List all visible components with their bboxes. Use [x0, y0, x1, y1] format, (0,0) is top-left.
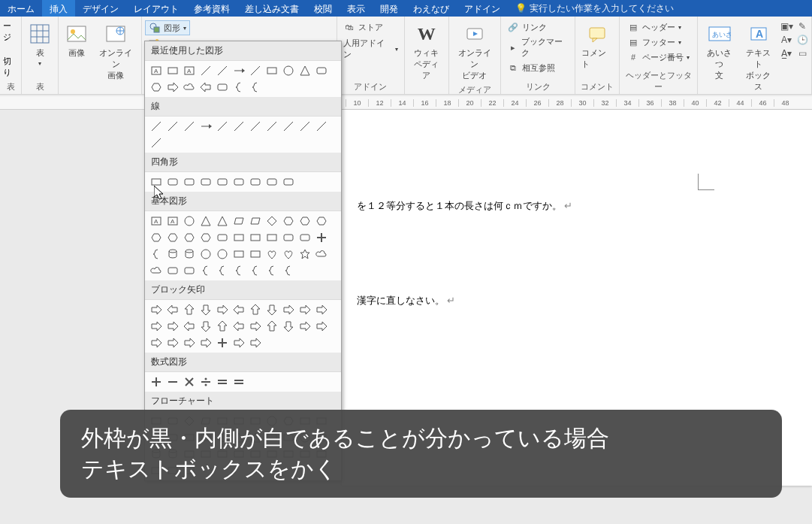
shape-arrowR[interactable]: [148, 301, 165, 318]
shape-cloud[interactable]: [148, 262, 165, 279]
shape-minus[interactable]: [165, 374, 181, 390]
shape-hex[interactable]: [280, 213, 297, 229]
shape-roundrect[interactable]: [264, 174, 280, 190]
shape-roundrect[interactable]: [313, 62, 330, 79]
shape-arrowR[interactable]: [297, 318, 313, 335]
tab-view[interactable]: 表示: [340, 0, 373, 17]
shape-circle[interactable]: [198, 246, 214, 262]
shape-arrowU[interactable]: [181, 301, 198, 318]
shape-arrow[interactable]: [231, 62, 247, 79]
shape-circle[interactable]: [214, 246, 231, 262]
shape-rect[interactable]: [264, 62, 280, 79]
shape-arrowR[interactable]: [165, 318, 181, 335]
shape-arrowD[interactable]: [280, 318, 297, 335]
shape-line[interactable]: [214, 118, 231, 135]
tab-references[interactable]: 参考資料: [186, 0, 237, 17]
shape-arrowR[interactable]: [198, 335, 214, 351]
shape-hex[interactable]: [313, 213, 330, 229]
shape-line[interactable]: [247, 62, 264, 79]
shape-roundrect[interactable]: [214, 79, 231, 95]
shape-rect[interactable]: [264, 229, 280, 246]
shape-diamond[interactable]: [264, 213, 280, 229]
bookmark-button[interactable]: ▸ ブックマーク: [504, 35, 572, 59]
tab-developer[interactable]: 開発: [373, 0, 406, 17]
shape-roundrect[interactable]: [297, 229, 313, 246]
shape-arrowR[interactable]: [280, 301, 297, 318]
footer-button[interactable]: ▤ フッター ▾: [624, 35, 684, 49]
shape-arrow[interactable]: [198, 118, 214, 135]
shape-heart[interactable]: [280, 246, 297, 262]
shape-div[interactable]: [198, 374, 214, 390]
header-button[interactable]: ▤ ヘッダー ▾: [624, 20, 684, 34]
shapes-button[interactable]: 図形 ▾: [145, 20, 190, 35]
shape-line[interactable]: [165, 118, 181, 135]
shape-line[interactable]: [214, 62, 231, 79]
shape-arrowD[interactable]: [198, 301, 214, 318]
aisatsu-button[interactable]: あいさつ あいさつ 文: [701, 20, 738, 83]
shape-arrowR[interactable]: [297, 301, 313, 318]
wordart-icon[interactable]: A▾: [780, 34, 792, 46]
tab-layout[interactable]: レイアウト: [126, 0, 186, 17]
tab-home[interactable]: ホーム: [0, 0, 42, 17]
shape-cylinder[interactable]: [165, 246, 181, 262]
shape-parallelogram[interactable]: [247, 213, 264, 229]
shape-hex[interactable]: [148, 79, 165, 95]
tell-me-search[interactable]: 💡 実行したい作業を入力してください: [508, 0, 681, 17]
shape-arrowL[interactable]: [198, 79, 214, 95]
shape-brace[interactable]: [247, 262, 264, 279]
link-button[interactable]: 🔗 リンク: [504, 20, 550, 34]
shape-eq[interactable]: [231, 374, 247, 390]
shape-cylinder[interactable]: [181, 246, 198, 262]
shape-triangle[interactable]: [214, 213, 231, 229]
shape-arrowR[interactable]: [231, 335, 247, 351]
shape-circle[interactable]: [181, 213, 198, 229]
shape-arrowR[interactable]: [214, 301, 231, 318]
shape-brace[interactable]: [214, 262, 231, 279]
shape-rect[interactable]: [231, 229, 247, 246]
quickparts-icon[interactable]: ▣▾: [780, 20, 792, 32]
signature-icon[interactable]: ✎: [796, 20, 808, 32]
shape-brace[interactable]: [247, 79, 264, 95]
shape-roundrect[interactable]: [165, 262, 181, 279]
shape-hex[interactable]: [198, 229, 214, 246]
shape-arrowR[interactable]: [247, 335, 264, 351]
shape-plus[interactable]: [214, 335, 231, 351]
comment-button[interactable]: コメント: [578, 20, 616, 71]
shape-rect[interactable]: [165, 62, 181, 79]
dropcap-icon[interactable]: A̲▾: [780, 47, 792, 59]
shape-arrowR[interactable]: [148, 318, 165, 335]
textbox-button[interactable]: A テキスト ボックス: [740, 20, 777, 94]
shape-arrowU[interactable]: [247, 301, 264, 318]
shape-plus[interactable]: [313, 229, 330, 246]
tab-review[interactable]: 校閲: [306, 0, 340, 17]
shape-arrowD[interactable]: [264, 301, 280, 318]
shape-roundrect[interactable]: [231, 174, 247, 190]
shape-roundrect[interactable]: [280, 174, 297, 190]
shape-arrowL[interactable]: [181, 318, 198, 335]
shape-hex[interactable]: [181, 229, 198, 246]
shape-brace[interactable]: [231, 262, 247, 279]
shape-triangle[interactable]: [297, 62, 313, 79]
shape-rect[interactable]: [231, 246, 247, 262]
shape-triangle[interactable]: [198, 213, 214, 229]
page-number-button[interactable]: # ページ番号 ▾: [624, 50, 693, 64]
shape-arrowR[interactable]: [165, 335, 181, 351]
shape-roundrect[interactable]: [181, 262, 198, 279]
shape-textbox[interactable]: A: [148, 213, 165, 229]
store-button[interactable]: 🛍 ストア: [340, 20, 386, 34]
shape-arrowR[interactable]: [148, 335, 165, 351]
online-video-button[interactable]: オンライン ビデオ: [452, 20, 497, 83]
crossref-button[interactable]: ⧉ 相互参照: [504, 61, 558, 74]
shape-rect[interactable]: [247, 246, 264, 262]
tab-waenabi[interactable]: わえなび: [406, 0, 457, 17]
shape-arrowR[interactable]: [313, 318, 330, 335]
shape-parallelogram[interactable]: [231, 213, 247, 229]
shape-roundrect[interactable]: [181, 174, 198, 190]
datetime-icon[interactable]: 🕒: [796, 34, 808, 46]
shape-cloud[interactable]: [181, 79, 198, 95]
shape-eq[interactable]: [214, 374, 231, 390]
shape-arrowL[interactable]: [231, 301, 247, 318]
shape-line[interactable]: [198, 62, 214, 79]
tab-addin[interactable]: アドイン: [457, 0, 508, 17]
shape-hex[interactable]: [165, 229, 181, 246]
